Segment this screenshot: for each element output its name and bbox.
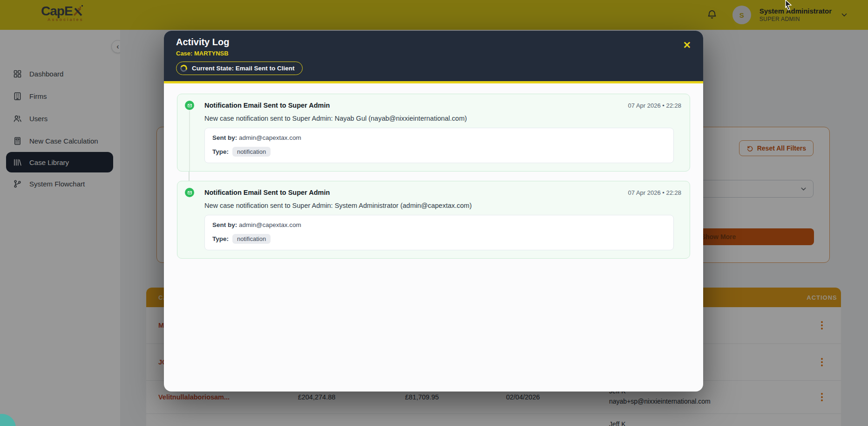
entry-header: Notification Email Sent to Super Admin 0… (185, 188, 681, 197)
entry-type: Type: notification (212, 234, 666, 244)
entry-type: Type: notification (212, 147, 666, 157)
timeline-connector (189, 172, 190, 181)
type-label: Type: (212, 235, 229, 242)
modal-title: Activity Log (176, 36, 691, 48)
activity-entry: Notification Email Sent to Super Admin 0… (177, 181, 690, 259)
close-button[interactable]: ✕ (683, 40, 691, 50)
modal-header: Activity Log Case: MARTYNSB Current Stat… (164, 31, 703, 83)
entry-meta-box: Sent by: admin@capextax.com Type: notifi… (204, 128, 674, 163)
app-screen: CapE Associates S System Administra (0, 0, 868, 426)
spinner-icon (179, 64, 188, 73)
entry-sent-by: Sent by: admin@capextax.com (212, 221, 666, 228)
sent-by-label: Sent by: (212, 134, 237, 141)
type-badge: notification (232, 147, 271, 157)
sent-by-value: admin@capextax.com (239, 221, 301, 228)
entry-header: Notification Email Sent to Super Admin 0… (185, 101, 681, 110)
current-state-text: Current State: Email Sent to Client (192, 65, 295, 72)
sent-by-label: Sent by: (212, 221, 237, 228)
modal-body: Notification Email Sent to Super Admin 0… (164, 83, 703, 269)
email-sent-icon (185, 101, 194, 110)
entry-meta-box: Sent by: admin@capextax.com Type: notifi… (204, 215, 674, 250)
type-label: Type: (212, 148, 229, 155)
entry-sent-by: Sent by: admin@capextax.com (212, 134, 666, 141)
activity-entry: Notification Email Sent to Super Admin 0… (177, 94, 690, 172)
entry-description: New case notification sent to Super Admi… (204, 202, 681, 209)
timeline-connector (189, 111, 190, 171)
type-badge: notification (232, 234, 271, 244)
entry-title: Notification Email Sent to Super Admin (204, 102, 330, 109)
sent-by-value: admin@capextax.com (239, 134, 301, 141)
current-state-badge: Current State: Email Sent to Client (176, 62, 303, 75)
close-icon: ✕ (683, 40, 691, 50)
modal-case-label: Case: MARTYNSB (176, 49, 691, 57)
entry-title: Notification Email Sent to Super Admin (204, 189, 330, 196)
activity-log-modal: Activity Log Case: MARTYNSB Current Stat… (164, 31, 703, 392)
entry-timestamp: 07 Apr 2026 • 22:28 (628, 189, 681, 196)
mouse-cursor (784, 0, 793, 11)
entry-timestamp: 07 Apr 2026 • 22:28 (628, 102, 681, 109)
email-sent-icon (185, 188, 194, 197)
entry-description: New case notification sent to Super Admi… (204, 115, 681, 122)
